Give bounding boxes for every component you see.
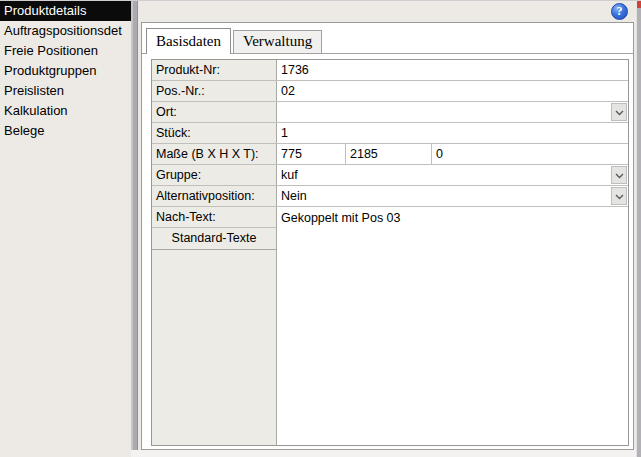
sidebar-item-preislisten[interactable]: Preislisten [0,81,131,101]
nach-text-section: Nach-Text:Standard-TexteGekoppelt mit Po… [152,207,628,445]
field-label-gruppe: Gruppe: [152,165,277,185]
field-label-produkt-nr: Produkt-Nr: [152,60,277,80]
chevron-down-icon [615,102,624,122]
tab-verwaltung[interactable]: Verwaltung [233,30,322,53]
close-button-sliver [637,0,641,8]
field-input-nach-text[interactable]: Gekoppelt mit Pos 03 [277,207,628,445]
field-label-pos-nr: Pos.-Nr.: [152,81,277,101]
sidebar-item-kalkulation[interactable]: Kalkulation [0,101,131,121]
panel-bottom-strip [131,450,636,457]
sidebar-item-belege[interactable]: Belege [0,121,131,141]
nach-text-label-column: Nach-Text:Standard-Texte [152,207,277,445]
chevron-down-icon [615,186,624,206]
field-input-ma-e-b-x-h-x-t-2[interactable]: 2185 [346,144,432,164]
form-row-pos-nr: Pos.-Nr.:02 [152,81,628,102]
field-input-ma-e-b-x-h-x-t-3[interactable]: 0 [432,144,628,164]
form-row-gruppe: Gruppe:kuf [152,165,628,186]
sidebar: ProduktdetailsAuftragspositionsdetFreie … [0,0,131,457]
form-table: Produkt-Nr:1736Pos.-Nr.:02Ort:Stück:1Maß… [151,59,629,446]
window-right-edge [636,8,641,457]
field-label-ma-e-b-x-h-x-t: Maße (B X H X T): [152,144,277,164]
form-row-st-ck: Stück:1 [152,123,628,144]
sidebar-item-freie-positionen[interactable]: Freie Positionen [0,41,131,61]
dropdown-button-alternativposition[interactable] [611,187,627,205]
field-input-pos-nr[interactable]: 02 [277,81,628,101]
field-input-produkt-nr[interactable]: 1736 [277,60,628,80]
field-input-ort[interactable] [277,102,628,122]
tab-basisdaten[interactable]: Basisdaten [146,28,231,54]
window-top-edge [0,0,641,1]
dropdown-button-ort[interactable] [611,103,627,121]
dropdown-button-gruppe[interactable] [611,166,627,184]
label-column-filler [152,250,276,445]
field-label-alternativposition: Alternativposition: [152,186,277,206]
form-row-alternativposition: Alternativposition:Nein [152,186,628,207]
field-input-st-ck[interactable]: 1 [277,123,628,143]
standard-texte-button[interactable]: Standard-Texte [152,228,276,250]
form-row-produkt-nr: Produkt-Nr:1736 [152,60,628,81]
field-label-nach-text: Nach-Text: [152,207,276,228]
help-icon[interactable]: ? [611,3,628,20]
field-input-ma-e-b-x-h-x-t-1[interactable]: 775 [277,144,346,164]
tab-strip: BasisdatenVerwaltung [142,28,633,54]
form-row-ort: Ort: [152,102,628,123]
detail-panel: BasisdatenVerwaltung Produkt-Nr:1736Pos.… [141,22,634,450]
sidebar-item-produktgruppen[interactable]: Produktgruppen [0,61,131,81]
field-input-alternativposition[interactable]: Nein [277,186,628,206]
field-label-ort: Ort: [152,102,277,122]
sidebar-list: ProduktdetailsAuftragspositionsdetFreie … [0,1,131,141]
chevron-down-icon [615,165,624,185]
field-input-gruppe[interactable]: kuf [277,165,628,185]
sidebar-item-auftragspositionsdet[interactable]: Auftragspositionsdet [0,21,131,41]
field-label-st-ck: Stück: [152,123,277,143]
sidebar-item-produktdetails[interactable]: Produktdetails [0,1,131,21]
sidebar-splitter[interactable] [131,0,138,450]
form-row-ma-e-b-x-h-x-t: Maße (B X H X T):77521850 [152,144,628,165]
